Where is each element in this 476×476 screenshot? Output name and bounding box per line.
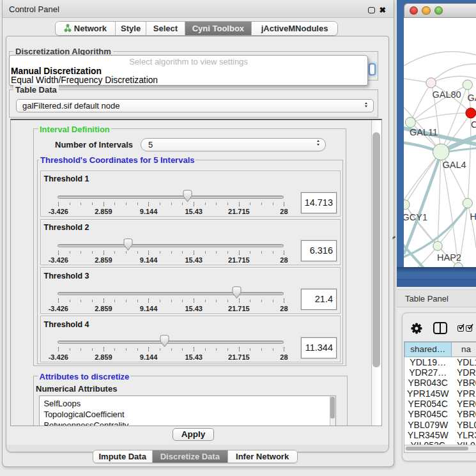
- svg-text:GA: GA: [468, 93, 476, 103]
- svg-text:GAL80: GAL80: [433, 89, 461, 100]
- svg-text:GCY1: GCY1: [404, 212, 427, 222]
- svg-text:GAL11: GAL11: [410, 127, 438, 137]
- svg-text:H: H: [470, 211, 476, 222]
- svg-text:GAL4: GAL4: [443, 160, 466, 170]
- svg-text:C: C: [471, 119, 476, 130]
- svg-text:HAP2: HAP2: [437, 252, 461, 263]
